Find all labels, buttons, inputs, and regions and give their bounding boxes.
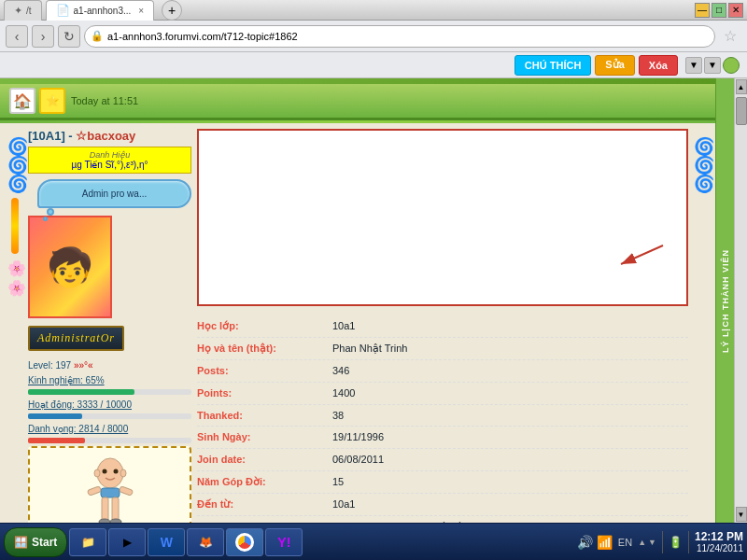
char-card: Tập sự Level 2 Experience: 9% online...: [28, 446, 191, 523]
scrollbar[interactable]: ▲ ▼: [734, 78, 747, 523]
profile-row-tam-trang: Tâm trạng: Bị banner vì lí do Quá Pờ Zờ: [197, 516, 688, 523]
svg-point-3: [94, 469, 100, 477]
start-button[interactable]: 🪟 Start: [4, 527, 67, 557]
post-content-box: [197, 129, 688, 306]
post-right-column: Học lớp: 10a1 Họ và tên (thật): Phan Nhậ…: [197, 129, 688, 523]
scroll-up-btn[interactable]: ▲: [736, 79, 747, 94]
scroll-thumb[interactable]: [736, 97, 747, 125]
profile-row-points: Points: 1400: [197, 383, 688, 405]
profile-row-den-tu: Đến từ: 10a1: [197, 494, 688, 516]
chuthich-btn[interactable]: CHÚ THÍCH: [514, 55, 592, 76]
hoc-lop-label: Học lớp:: [197, 316, 332, 336]
forum-content: 🏠 ⭐ Today at 11:51 🌀 🌀 🌀 🌸 🌸: [0, 78, 715, 523]
taskbar: 🪟 Start 📁 ▶ W 🦊 Y! 🔊 📶 EN ▲ ▼ 🔋: [0, 523, 747, 560]
taskbar-app-firefox[interactable]: 🦊: [187, 528, 224, 556]
username: ☆bacxoay: [76, 129, 135, 143]
join-date-value: 06/08/2011: [332, 450, 384, 469]
address-text: a1-annhon3.forumvi.com/t712-topic#1862: [107, 31, 298, 42]
close-btn[interactable]: ✕: [728, 3, 743, 18]
hoat-dong: Hoạt động: 3333 / 10000: [28, 398, 191, 419]
exp-bar-wrap: [28, 389, 191, 395]
taskbar-app-chrome[interactable]: [226, 528, 263, 556]
act-bar-wrap: [28, 413, 191, 419]
bookmark-btn[interactable]: ☆: [719, 25, 741, 48]
svg-rect-10: [87, 485, 101, 495]
forum-logo: 🏠 ⭐: [9, 88, 65, 114]
nam-gop-doi-label: Năm Góp Đời:: [197, 472, 332, 492]
hoc-lop-value: 10a1: [332, 316, 355, 336]
xoa-btn[interactable]: Xóa: [639, 55, 678, 76]
svg-rect-7: [112, 497, 119, 521]
tool-icon-1[interactable]: ▼: [685, 57, 702, 74]
taskbar-app-files[interactable]: 📁: [69, 528, 106, 556]
refresh-btn[interactable]: ↻: [58, 25, 80, 48]
taskbar-app-yahoo[interactable]: Y!: [265, 528, 303, 556]
arrow-decoration: [612, 236, 668, 276]
header-time: Today at 11:51: [71, 95, 138, 106]
stats-area: Level: 197 »»°« Kinh nghiệm: 65% Hoạt độ…: [28, 358, 191, 443]
sinh-ngay-label: Sinh Ngày:: [197, 427, 332, 447]
profile-row-posts: Posts: 346: [197, 360, 688, 383]
tab-2[interactable]: 📄 a1-annhon3... ×: [46, 0, 155, 21]
taskbar-time: 12:12 PM 11/24/2011: [695, 530, 743, 553]
danh-hieu-value: µg Tiến Sĩ,°),ε³),η°: [35, 160, 185, 170]
forward-btn[interactable]: ›: [32, 25, 54, 48]
profile-row-nam-gop-doi: Năm Góp Đời: 15: [197, 471, 688, 494]
svg-line-13: [621, 245, 663, 264]
svg-point-2: [113, 469, 118, 473]
post-title: [10A1] - ☆bacxoay: [28, 129, 191, 143]
minimize-btn[interactable]: —: [695, 3, 710, 18]
tab-1[interactable]: ✦ /t: [4, 0, 42, 21]
toolbar-bar: CHÚ THÍCH Sửa Xóa ▼ ▼: [0, 52, 747, 78]
profile-row-hoten: Họ và tên (thật): Phan Nhật Trinh: [197, 338, 688, 360]
browser-window: ✦ /t 📄 a1-annhon3... × + — □ ✕ ‹ › ↻ 🔒 a…: [0, 0, 747, 560]
tool-icon-2[interactable]: ▼: [704, 57, 721, 74]
scroll-down-btn[interactable]: ▼: [736, 507, 747, 522]
post-body: 🌀 🌀 🌀 🌸 🌸 [10A1] - ☆bacxoay Danh Hiệ: [0, 123, 715, 523]
sidebar-label: LÝ LỊCH THÀNH VIÊN: [721, 249, 730, 353]
admin-badge: AdministrаtOr: [28, 326, 124, 351]
svg-rect-11: [119, 485, 133, 495]
taskbar-right: 🔊 📶 EN ▲ ▼ 🔋 12:12 PM 11/24/2011: [577, 530, 743, 553]
den-tu-value: 10a1: [332, 495, 355, 514]
thanked-value: 38: [332, 406, 344, 426]
nav-bar: ‹ › ↻ 🔒 a1-annhon3.forumvi.com/t712-topi…: [0, 21, 747, 52]
points-value: 1400: [332, 384, 355, 403]
left-decoration: 🌀 🌀 🌀 🌸 🌸: [7, 129, 22, 523]
time-display: 12:12 PM: [695, 530, 743, 543]
maximize-btn[interactable]: □: [712, 3, 726, 18]
tam-trang-label: Tâm trạng:: [197, 517, 332, 523]
back-btn[interactable]: ‹: [6, 25, 28, 48]
act-bar: [28, 413, 82, 419]
admin-cloud: Admin pro wa...: [37, 179, 191, 208]
kinh-nghiem: Kinh nghiệm: 65%: [28, 373, 191, 395]
tab-close-btn[interactable]: ×: [138, 6, 144, 16]
posts-label: Posts:: [197, 361, 332, 381]
new-tab-btn[interactable]: +: [162, 0, 182, 21]
taskbar-app-word[interactable]: W: [148, 528, 185, 556]
address-bar[interactable]: 🔒 a1-annhon3.forumvi.com/t712-topic#1862: [84, 25, 715, 48]
battery-area: 🔋: [669, 536, 683, 549]
char-image: [73, 454, 148, 523]
profile-row-hoclop: Học lớp: 10a1: [197, 315, 688, 338]
danh-hieu-label: Danh Hiệu: [35, 150, 185, 160]
avatar-area: 🧒: [28, 216, 112, 318]
sinh-ngay-value: 19/11/1996: [332, 427, 384, 447]
nam-gop-doi-value: 15: [332, 472, 344, 492]
ho-ten-label: Họ và tên (thật):: [197, 339, 332, 358]
rank-bar-wrap: [28, 438, 191, 443]
admin-cloud-text: Admin pro wa...: [37, 179, 191, 208]
tool-icon-3[interactable]: [723, 57, 740, 74]
thanked-label: Thanked:: [197, 406, 332, 426]
system-tray: 🔊 📶: [577, 535, 613, 550]
svg-point-9: [110, 519, 121, 524]
date-display: 11/24/2011: [695, 543, 743, 553]
lang-indicator: EN: [618, 537, 632, 548]
danh-vong: Danh vọng: 2814 / 8000: [28, 422, 191, 443]
svg-point-0: [97, 458, 123, 488]
profile-row-thanked: Thanked: 38: [197, 405, 688, 427]
sua-btn[interactable]: Sửa: [595, 55, 634, 76]
taskbar-app-media[interactable]: ▶: [108, 528, 146, 556]
keyboard-indicators: ▲ ▼: [638, 538, 656, 547]
join-date-label: Join date:: [197, 450, 332, 469]
